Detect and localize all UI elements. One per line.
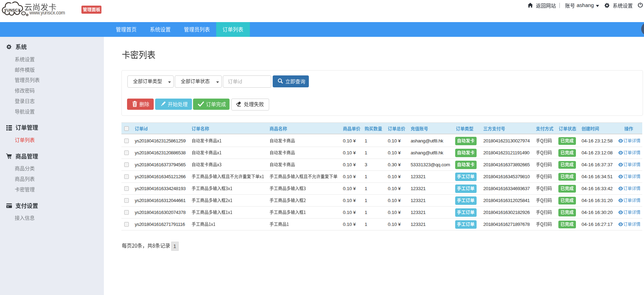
svg-text:YUNSCX: YUNSCX	[4, 8, 21, 12]
